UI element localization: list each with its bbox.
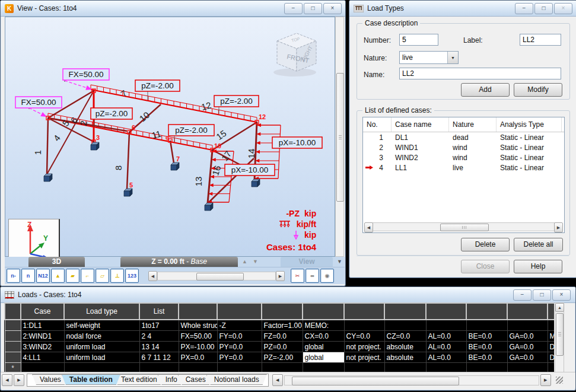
loads-cell[interactable]: D — [548, 342, 554, 352]
loads-cell[interactable]: FX=50.00 — [179, 331, 217, 342]
case-list[interactable]: No.Case nameNatureAnalysis Type 1DL1dead… — [362, 117, 565, 233]
loads-cell[interactable]: BE=0.0 — [466, 342, 507, 352]
loads-cell[interactable]: 1:DL1 — [21, 320, 64, 331]
loads-cell[interactable]: 2 4 — [139, 331, 179, 342]
tab-view[interactable]: View — [281, 257, 333, 267]
loads-row-header[interactable] — [5, 331, 21, 342]
dialog-maximize-button[interactable]: □ — [534, 3, 553, 14]
view-vertical-scrollbar[interactable] — [335, 17, 345, 257]
loads-cell[interactable]: AL=0.0 — [426, 352, 466, 363]
loads-cell[interactable]: FY=0.0 — [217, 331, 262, 342]
loads-cell[interactable]: PY=0.0 — [217, 342, 262, 352]
close-button[interactable]: Close — [461, 260, 510, 273]
row-header-corner[interactable] — [5, 303, 21, 320]
loads-column-header[interactable] — [466, 303, 507, 320]
loads-column-header[interactable] — [507, 303, 548, 320]
loads-cell[interactable]: CX=0.0 — [303, 331, 344, 342]
view-hscroll-left[interactable]: ◀ — [148, 271, 157, 281]
orbit-icon[interactable]: ◉ — [320, 269, 334, 283]
label-field[interactable] — [520, 34, 561, 46]
tabbar-scroll-left[interactable]: ◀ — [2, 374, 12, 386]
loads-cell[interactable]: not project. — [344, 352, 384, 363]
loads-cell[interactable]: PZ=-2.00 — [262, 352, 303, 363]
loads-cell[interactable]: global — [303, 342, 344, 352]
dialog-minimize-button[interactable]: − — [515, 3, 533, 14]
loads-minimize-button[interactable]: − — [513, 289, 532, 301]
loads-column-header[interactable] — [344, 303, 384, 320]
view-minimize-button[interactable]: − — [284, 3, 303, 14]
name-field[interactable] — [399, 68, 561, 79]
loads-column-header[interactable]: Case — [21, 303, 64, 320]
loads-cell[interactable]: CZ=0.0 — [384, 331, 426, 342]
loads-cell[interactable] — [384, 320, 426, 331]
loads-cell[interactable]: uniform load — [64, 352, 139, 363]
loads-close-button[interactable]: × — [552, 289, 571, 301]
case-list-column-header[interactable]: Case name — [392, 117, 449, 132]
loads-titlebar[interactable]: Loads - Cases: 1to4 — [1, 287, 575, 303]
loads-cell[interactable]: 1to17 — [139, 320, 179, 331]
loads-cell[interactable]: M — [548, 331, 554, 342]
sections-icon[interactable]: ⌐ — [81, 269, 94, 283]
table-hscroll-left[interactable]: ◀ — [272, 374, 283, 386]
loads-column-header[interactable] — [217, 303, 262, 320]
loads-column-header[interactable] — [384, 303, 426, 320]
load-symbols-icon[interactable]: ⊥ — [110, 269, 124, 283]
node-symbols-icon[interactable]: n- — [7, 269, 20, 283]
loads-cell[interactable]: 2:WIND1 — [21, 331, 64, 342]
loads-cell[interactable]: BE=0.0 — [466, 352, 507, 363]
loads-cell[interactable]: D — [548, 352, 554, 363]
loads-cell[interactable]: absolute — [384, 342, 426, 352]
loads-cell[interactable]: uniform load — [64, 342, 139, 352]
loads-cell[interactable]: MEMO: — [303, 320, 344, 331]
loads-cell[interactable]: GA=0.0 — [507, 352, 548, 363]
loads-cell[interactable]: AL=0.0 — [426, 331, 466, 342]
status-up-arrow[interactable]: ▲ — [242, 259, 247, 264]
dropdown-arrow-icon[interactable]: ▼ — [447, 52, 458, 63]
loads-vertical-scrollbar[interactable]: ▲ — [555, 302, 564, 374]
loads-cell[interactable]: absolute — [384, 352, 426, 363]
loads-column-header[interactable] — [426, 303, 466, 320]
help-button[interactable]: Help — [514, 260, 562, 273]
loads-cell[interactable]: FZ=0.0 — [262, 331, 303, 342]
loads-cell[interactable]: PX=-10.00 — [179, 342, 217, 352]
releases-icon[interactable]: ▰ — [66, 269, 79, 283]
delete-button[interactable]: Delete — [461, 238, 510, 251]
case-list-column-header[interactable]: Analysis Type — [497, 117, 562, 132]
loads-cell[interactable]: global — [303, 352, 344, 363]
loads-cell[interactable]: GA=0.0 — [507, 331, 548, 342]
case-list-column-header[interactable]: Nature — [449, 117, 497, 132]
loads-cell[interactable]: 13 14 — [139, 342, 179, 352]
load-values-icon[interactable]: 123 — [125, 269, 139, 283]
table-hscrollbar[interactable] — [284, 375, 539, 385]
loads-column-header[interactable] — [262, 303, 303, 320]
add-button[interactable]: Add — [461, 83, 510, 97]
loads-cell[interactable] — [548, 320, 554, 331]
loads-row-header[interactable] — [5, 320, 21, 331]
loads-cell[interactable]: AL=0.0 — [426, 342, 466, 352]
loads-cell[interactable]: nodal force — [64, 331, 139, 342]
case-list-column-header[interactable]: No. — [363, 117, 392, 132]
loads-column-header[interactable]: Load type — [64, 303, 139, 320]
loads-cell[interactable]: -Z — [217, 320, 262, 331]
loads-row-header[interactable] — [5, 352, 21, 363]
loads-tab-notional-loads[interactable]: Notional loads — [206, 374, 267, 385]
loads-cell[interactable]: not project. — [344, 342, 384, 352]
loads-cell[interactable]: PY=0.0 — [217, 352, 262, 363]
loads-column-header[interactable] — [548, 303, 554, 320]
case-list-row[interactable]: 3WIND2windStatic - Linear — [363, 152, 564, 162]
loads-cell[interactable]: 4:LL1 — [21, 352, 64, 363]
loads-table[interactable]: CaseLoad typeList1:DL1self-weight1to17Wh… — [4, 302, 554, 374]
structure-3d-view[interactable]: FRONT RIGHT TOP 124567810111213141516173… — [5, 17, 335, 257]
case-list-row[interactable]: 4LL1liveStatic - Linear — [363, 162, 564, 173]
section-cut-icon[interactable]: ✂ — [291, 269, 304, 283]
loads-restore-button[interactable]: □ — [533, 289, 551, 301]
loads-cell[interactable]: BE=0.0 — [466, 331, 507, 342]
case-list-row[interactable]: 2WIND1windStatic - Linear — [363, 142, 564, 152]
resize-grip[interactable] — [556, 377, 563, 384]
loads-column-header[interactable] — [303, 303, 344, 320]
number-field[interactable] — [399, 34, 438, 46]
loads-cell[interactable]: Whole structu — [179, 320, 217, 331]
view-close-button[interactable]: × — [323, 3, 342, 14]
panels-icon[interactable]: ▱ — [96, 269, 109, 283]
loads-cell[interactable]: 6 7 11 12 — [139, 352, 179, 363]
